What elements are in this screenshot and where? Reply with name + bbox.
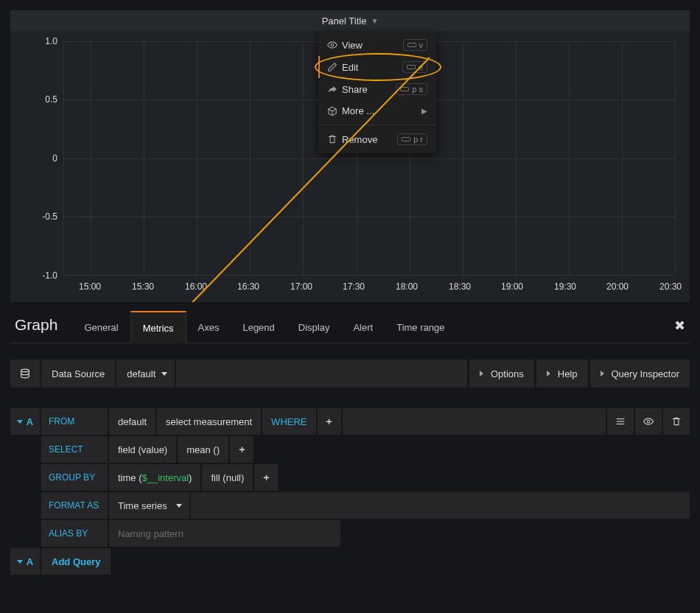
caret-right-icon: [601, 371, 604, 376]
x-tick: 18:00: [396, 281, 418, 292]
data-source-label: Data Source: [41, 360, 115, 388]
groupby-time[interactable]: time ($__interval): [109, 464, 200, 491]
tab-metrics[interactable]: Metrics: [130, 311, 186, 343]
data-source-select[interactable]: default: [116, 360, 175, 388]
alias-input-wrapper: [109, 520, 340, 547]
chevron-down-icon: ▼: [371, 17, 378, 25]
svg-point-0: [331, 43, 334, 46]
x-tick: 20:00: [606, 281, 629, 292]
row-spacer: [191, 492, 690, 519]
close-editor-button[interactable]: ✖: [674, 318, 685, 334]
edit-icon: [327, 62, 342, 72]
where-add-button[interactable]: ＋: [318, 408, 341, 435]
menu-remove[interactable]: Remove p r: [318, 128, 436, 150]
tab-axes[interactable]: Axes: [186, 312, 231, 343]
tab-display[interactable]: Display: [287, 312, 342, 343]
menu-more[interactable]: More ... ▶: [318, 100, 436, 122]
from-retention-policy[interactable]: default: [109, 408, 155, 435]
editor-tabs-row: Graph General Metrics Axes Legend Displa…: [10, 306, 690, 343]
select-add-button[interactable]: ＋: [230, 436, 253, 463]
row-menu-button[interactable]: [607, 408, 634, 435]
caret-down-icon: [176, 504, 182, 508]
menu-edit[interactable]: Edit e: [318, 56, 436, 78]
database-icon: [10, 360, 40, 388]
help-button[interactable]: Help: [536, 360, 588, 388]
chevron-right-icon: ▶: [421, 107, 427, 115]
row-delete-button[interactable]: [663, 408, 690, 435]
groupby-add-button[interactable]: ＋: [254, 464, 278, 491]
menu-view[interactable]: View v: [318, 34, 436, 56]
y-tick: 0: [10, 153, 57, 164]
svg-rect-9: [617, 424, 625, 424]
query-row-toggle-a[interactable]: A: [10, 408, 40, 435]
trash-icon: [327, 134, 342, 144]
add-query-button[interactable]: Add Query: [41, 548, 111, 575]
tab-legend[interactable]: Legend: [231, 312, 286, 343]
menu-view-shortcut: v: [403, 39, 428, 51]
svg-point-10: [647, 420, 650, 423]
x-tick: 16:00: [185, 281, 207, 292]
caret-down-icon: [17, 420, 23, 424]
menu-more-label: More ...: [342, 105, 421, 116]
alias-keyword: ALIAS BY: [41, 520, 108, 547]
x-tick: 19:00: [501, 281, 523, 292]
y-tick: 0.5: [10, 94, 57, 105]
eye-icon: [327, 40, 342, 50]
menu-share-shortcut: p s: [396, 83, 427, 95]
row-head-spacer: [10, 492, 40, 519]
menu-remove-label: Remove: [342, 134, 397, 145]
query-row-toggle-addquery[interactable]: A: [10, 548, 40, 575]
row-head-spacer: [10, 464, 40, 491]
menu-edit-shortcut: e: [402, 61, 427, 73]
y-tick: -1.0: [10, 270, 57, 281]
menu-divider: [318, 125, 436, 125]
tab-time-range[interactable]: Time range: [385, 312, 456, 343]
svg-rect-8: [617, 421, 625, 421]
svg-rect-1: [407, 43, 416, 47]
svg-rect-3: [401, 88, 409, 91]
caret-down-icon: [17, 560, 23, 564]
menu-remove-shortcut: p r: [397, 133, 427, 145]
y-tick: 1.0: [10, 36, 57, 46]
x-tick: 15:30: [132, 281, 154, 292]
tab-alert[interactable]: Alert: [341, 312, 385, 343]
groupby-keyword: GROUP BY: [41, 464, 108, 491]
options-button[interactable]: Options: [469, 360, 534, 388]
svg-rect-4: [402, 138, 410, 141]
x-tick: 17:00: [290, 281, 312, 292]
query-toolbar: Data Source default Options Help Query I…: [10, 360, 690, 388]
select-field[interactable]: field (value): [109, 436, 176, 463]
menu-share[interactable]: Share p s: [318, 78, 436, 100]
row-toggle-visibility-button[interactable]: [635, 408, 662, 435]
share-icon: [327, 84, 342, 94]
row-head-spacer: [10, 520, 40, 547]
row-head-spacer: [10, 436, 40, 463]
alias-input[interactable]: [109, 520, 340, 547]
menu-view-label: View: [342, 40, 403, 51]
row-spacer: [343, 408, 606, 435]
svg-rect-2: [407, 66, 415, 69]
toolbar-spacer: [176, 360, 467, 388]
svg-point-6: [21, 369, 29, 372]
panel-title-bar[interactable]: Panel Title ▼: [10, 10, 690, 31]
graph-panel: Panel Title ▼ View v Edit: [10, 10, 690, 302]
from-measurement[interactable]: select measurement: [157, 408, 261, 435]
y-tick: -0.5: [10, 211, 57, 222]
caret-down-icon: [161, 372, 167, 376]
x-tick: 15:00: [79, 281, 101, 292]
x-tick: 20:30: [659, 281, 682, 292]
format-select[interactable]: Time series: [109, 492, 189, 519]
query-inspector-button[interactable]: Query Inspector: [589, 360, 690, 388]
groupby-fill[interactable]: fill (null): [202, 464, 253, 491]
menu-share-label: Share: [342, 84, 396, 95]
tab-general[interactable]: General: [72, 312, 130, 343]
where-keyword[interactable]: WHERE: [262, 408, 315, 435]
x-tick: 18:30: [449, 281, 471, 292]
caret-right-icon: [547, 371, 550, 376]
panel-title: Panel Title: [322, 15, 367, 27]
query-editor: A FROM default select measurement WHERE …: [10, 408, 690, 575]
menu-edit-label: Edit: [342, 62, 402, 73]
x-tick: 16:30: [237, 281, 259, 292]
select-mean[interactable]: mean (): [178, 436, 228, 463]
x-tick: 17:30: [343, 281, 365, 292]
